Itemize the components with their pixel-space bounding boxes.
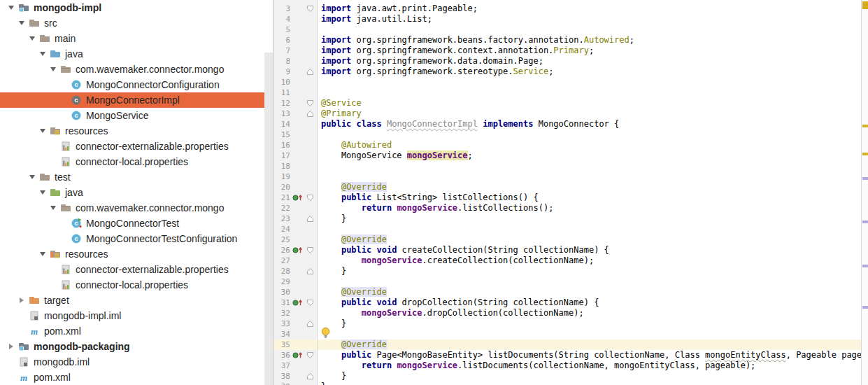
code-text[interactable]: import java.util.List; xyxy=(318,14,868,24)
tree-row[interactable]: connector-local.properties xyxy=(0,154,273,169)
tree-row[interactable]: mongodb-packaging xyxy=(0,339,273,354)
stripe-mark-info[interactable] xyxy=(862,306,868,309)
tree-row[interactable]: cMongoConnectorConfiguration xyxy=(0,77,273,92)
stripe-mark-warning[interactable] xyxy=(862,125,868,127)
expand-arrow-icon[interactable] xyxy=(4,6,18,10)
fold-marker-icon[interactable] xyxy=(305,246,315,254)
code-text[interactable]: public class MongoConnectorImpl implemen… xyxy=(318,119,868,130)
tree-row[interactable]: mongodb-impl xyxy=(0,0,273,15)
overrides-method-icon[interactable] xyxy=(290,351,305,359)
code-text[interactable]: @Override xyxy=(318,287,868,298)
tree-row[interactable]: resources xyxy=(0,246,273,262)
code-text[interactable]: mongoService.dropCollection(collectionNa… xyxy=(318,308,868,318)
tree-row[interactable]: main xyxy=(0,31,273,46)
code-text[interactable]: public void createCollection(String coll… xyxy=(318,245,868,255)
code-text[interactable]: } xyxy=(318,214,868,224)
code-line: 34 xyxy=(273,329,868,340)
stripe-mark-info[interactable] xyxy=(862,220,868,223)
tree-row[interactable]: resources xyxy=(0,123,273,139)
fold-marker-icon[interactable] xyxy=(305,351,315,359)
expand-arrow-icon[interactable] xyxy=(36,252,50,256)
code-token: createCollection(String collectionName) … xyxy=(397,245,609,255)
intention-bulb-icon[interactable] xyxy=(321,327,331,340)
code-text[interactable]: } xyxy=(318,371,868,382)
code-text[interactable]: return mongoService.listCollections(); xyxy=(318,203,868,214)
tree-row[interactable]: cMongoConnectorImpl xyxy=(0,92,273,108)
expand-arrow-icon[interactable] xyxy=(25,36,39,41)
tree-row[interactable]: mongodb-impl.iml xyxy=(0,308,273,323)
stripe-mark-info[interactable] xyxy=(862,177,868,180)
collapse-arrow-icon[interactable] xyxy=(4,344,18,349)
code-text[interactable]: @Primary xyxy=(318,108,868,119)
fold-marker-icon[interactable] xyxy=(305,99,315,107)
tree-row[interactable]: connector-local.properties xyxy=(0,277,273,293)
code-editor[interactable]: 3import java.awt.print.Pageable;4import … xyxy=(273,0,868,385)
stripe-mark-info[interactable] xyxy=(862,265,868,267)
tree-row[interactable]: cMongoConnectorTest xyxy=(0,216,273,231)
tree-row[interactable]: cMongoConnectorTestConfiguration xyxy=(0,231,273,246)
fold-marker-icon[interactable] xyxy=(305,68,315,76)
tree-row[interactable]: cMongoService xyxy=(0,108,273,123)
fold-marker-icon[interactable] xyxy=(305,320,315,328)
expand-arrow-icon[interactable] xyxy=(46,67,60,71)
code-text[interactable]: return mongoService.listDocuments(collec… xyxy=(318,360,868,371)
tree-row[interactable]: mongodb.iml xyxy=(0,354,273,370)
overrides-method-icon[interactable] xyxy=(290,299,305,307)
tree-row[interactable]: mpom.xml xyxy=(0,370,273,385)
code-line: 19 xyxy=(273,172,868,182)
code-text[interactable]: } xyxy=(318,266,868,276)
project-tree-scrollbar[interactable] xyxy=(264,52,273,385)
tree-row[interactable]: java xyxy=(0,46,273,62)
code-text[interactable]: public Page<MongoBaseEntity> listDocumen… xyxy=(318,350,868,360)
code-text[interactable]: import org.springframework.stereotype.Se… xyxy=(318,66,868,77)
expand-arrow-icon[interactable] xyxy=(15,21,29,25)
error-stripe[interactable] xyxy=(861,0,868,385)
code-text[interactable]: @Autowired xyxy=(318,140,868,150)
code-text[interactable]: import org.springframework.data.domain.P… xyxy=(318,56,868,66)
tree-row[interactable]: target xyxy=(0,293,273,308)
expand-arrow-icon[interactable] xyxy=(46,206,60,210)
inspection-indicator[interactable] xyxy=(862,1,868,9)
code-text[interactable]: import org.springframework.context.annot… xyxy=(318,46,868,56)
tree-row[interactable]: com.wavemaker.connector.mongo xyxy=(0,62,273,77)
expand-arrow-icon[interactable] xyxy=(36,190,50,195)
tree-row[interactable]: connector-externalizable.properties xyxy=(0,262,273,277)
code-text[interactable]: mongoService.createCollection(collection… xyxy=(318,255,868,266)
stripe-mark-warning[interactable] xyxy=(862,153,868,155)
tree-row[interactable]: connector-externalizable.properties xyxy=(0,139,273,154)
code-text[interactable]: import org.springframework.beans.factory… xyxy=(318,35,868,46)
expand-arrow-icon[interactable] xyxy=(25,175,39,179)
fold-marker-icon[interactable] xyxy=(305,267,315,275)
tree-row[interactable]: com.wavemaker.connector.mongo xyxy=(0,200,273,216)
code-text[interactable]: public List<String> listCollections() { xyxy=(318,192,868,203)
tree-row[interactable]: java xyxy=(0,185,273,200)
code-token: mongoService xyxy=(397,360,457,370)
fold-marker-icon[interactable] xyxy=(305,372,315,380)
gutter-spacer xyxy=(305,278,315,286)
expand-arrow-icon[interactable] xyxy=(36,52,50,56)
overrides-method-icon[interactable] xyxy=(290,246,305,254)
collapse-arrow-icon[interactable] xyxy=(15,298,29,303)
code-text[interactable]: @Override xyxy=(318,182,868,192)
tree-item-label: target xyxy=(44,295,69,306)
tree-row[interactable]: src xyxy=(0,15,273,31)
overrides-method-icon[interactable] xyxy=(290,194,305,202)
fold-marker-icon[interactable] xyxy=(305,5,315,13)
fold-marker-icon[interactable] xyxy=(305,215,315,223)
code-text[interactable]: @Override xyxy=(318,340,868,350)
code-token: @Override xyxy=(341,340,387,349)
code-text[interactable]: import java.awt.print.Pageable; xyxy=(318,4,868,14)
code-text[interactable]: MongoService mongoService; xyxy=(318,150,868,161)
tree-row[interactable]: mpom.xml xyxy=(0,323,273,339)
code-text[interactable]: } xyxy=(318,318,868,329)
fold-marker-icon[interactable] xyxy=(305,110,315,118)
tree-row[interactable]: test xyxy=(0,169,273,185)
code-text[interactable]: } xyxy=(318,382,868,385)
fold-marker-icon[interactable] xyxy=(305,299,315,307)
code-text[interactable]: public void dropCollection(String collec… xyxy=(318,298,868,308)
fold-marker-icon[interactable] xyxy=(305,194,315,202)
code-text[interactable]: @Service xyxy=(318,98,868,108)
gutter-spacer xyxy=(305,236,315,244)
expand-arrow-icon[interactable] xyxy=(36,129,50,133)
code-text[interactable]: @Override xyxy=(318,234,868,245)
